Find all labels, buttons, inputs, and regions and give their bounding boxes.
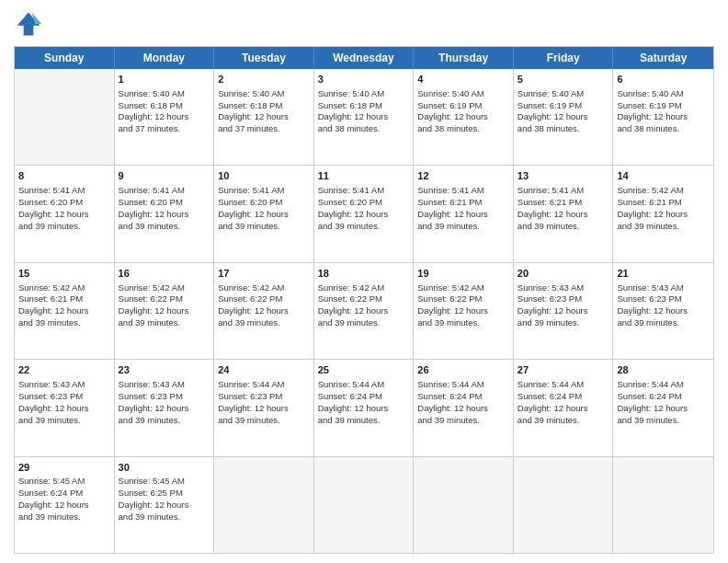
day-cell-20: 20Sunrise: 5:43 AMSunset: 6:23 PMDayligh… xyxy=(514,263,614,359)
day-cell-18: 18Sunrise: 5:42 AMSunset: 6:22 PMDayligh… xyxy=(314,263,415,359)
day-info-line: Sunrise: 5:40 AM xyxy=(218,88,310,100)
empty-cell xyxy=(314,457,415,553)
day-info-line: Daylight: 12 hours xyxy=(18,305,110,317)
week-row-5: 29Sunrise: 5:45 AMSunset: 6:24 PMDayligh… xyxy=(15,457,713,553)
calendar-body: 1Sunrise: 5:40 AMSunset: 6:18 PMDaylight… xyxy=(15,69,713,553)
day-info-line: Sunrise: 5:41 AM xyxy=(318,185,410,197)
day-info-line: Sunrise: 5:41 AM xyxy=(518,185,609,197)
header-cell-tuesday: Tuesday xyxy=(214,47,314,69)
day-number: 15 xyxy=(18,267,110,281)
day-number: 4 xyxy=(417,73,509,86)
day-cell-15: 15Sunrise: 5:42 AMSunset: 6:21 PMDayligh… xyxy=(15,263,115,359)
day-info-line: Sunset: 6:18 PM xyxy=(119,100,210,112)
day-info-line: and 39 minutes. xyxy=(18,221,110,233)
day-info-line: Sunrise: 5:42 AM xyxy=(417,282,509,294)
day-info-line: Sunset: 6:21 PM xyxy=(18,293,110,305)
day-info-line: and 39 minutes. xyxy=(119,221,210,233)
day-info-line: Sunset: 6:25 PM xyxy=(119,488,210,500)
day-info-line: Sunrise: 5:42 AM xyxy=(18,282,110,294)
empty-cell xyxy=(514,457,614,553)
day-number: 14 xyxy=(617,169,710,183)
day-info-line: Sunrise: 5:43 AM xyxy=(18,379,110,391)
day-info-line: and 39 minutes. xyxy=(417,317,509,329)
day-info-line: Daylight: 12 hours xyxy=(518,305,609,317)
day-info-line: Sunrise: 5:41 AM xyxy=(417,185,509,197)
day-number: 6 xyxy=(617,73,710,86)
day-info-line: and 39 minutes. xyxy=(18,415,110,427)
header xyxy=(14,9,714,39)
day-info-line: Daylight: 12 hours xyxy=(518,111,609,123)
week-row-1: 1Sunrise: 5:40 AMSunset: 6:18 PMDaylight… xyxy=(15,69,713,166)
day-cell-23: 23Sunrise: 5:43 AMSunset: 6:23 PMDayligh… xyxy=(115,360,215,455)
page: SundayMondayTuesdayWednesdayThursdayFrid… xyxy=(0,0,728,563)
day-info-line: and 39 minutes. xyxy=(218,317,310,329)
logo xyxy=(14,9,47,39)
day-number: 27 xyxy=(518,363,609,377)
day-info-line: Sunset: 6:20 PM xyxy=(218,197,310,209)
day-info-line: and 39 minutes. xyxy=(417,415,509,427)
day-info-line: Sunset: 6:19 PM xyxy=(518,100,609,112)
day-info-line: Daylight: 12 hours xyxy=(218,305,310,317)
day-number: 13 xyxy=(518,169,609,183)
day-info-line: and 38 minutes. xyxy=(617,123,710,135)
day-info-line: Sunrise: 5:44 AM xyxy=(218,379,310,391)
day-info-line: Sunrise: 5:42 AM xyxy=(617,185,710,197)
day-cell-17: 17Sunrise: 5:42 AMSunset: 6:22 PMDayligh… xyxy=(214,263,314,359)
header-cell-thursday: Thursday xyxy=(414,47,514,69)
day-info-line: Sunset: 6:21 PM xyxy=(417,197,509,209)
day-info-line: Daylight: 12 hours xyxy=(218,209,310,221)
day-cell-30: 30Sunrise: 5:45 AMSunset: 6:25 PMDayligh… xyxy=(115,457,215,553)
day-info-line: Sunset: 6:24 PM xyxy=(318,391,410,403)
day-info-line: and 37 minutes. xyxy=(119,123,210,135)
day-cell-28: 28Sunrise: 5:44 AMSunset: 6:24 PMDayligh… xyxy=(613,360,713,455)
day-info-line: Daylight: 12 hours xyxy=(518,209,609,221)
day-number: 5 xyxy=(518,73,609,86)
day-info-line: Daylight: 12 hours xyxy=(119,209,210,221)
day-info-line: and 39 minutes. xyxy=(218,221,310,233)
day-number: 18 xyxy=(318,267,410,281)
day-info-line: and 39 minutes. xyxy=(18,317,110,329)
day-info-line: and 39 minutes. xyxy=(119,317,210,329)
day-info-line: Sunset: 6:22 PM xyxy=(417,293,509,305)
week-row-3: 15Sunrise: 5:42 AMSunset: 6:21 PMDayligh… xyxy=(15,263,713,360)
day-info-line: and 39 minutes. xyxy=(518,221,609,233)
day-info-line: Sunrise: 5:41 AM xyxy=(18,185,110,197)
day-cell-1: 1Sunrise: 5:40 AMSunset: 6:18 PMDaylight… xyxy=(115,69,215,165)
day-info-line: Daylight: 12 hours xyxy=(119,305,210,317)
day-number: 24 xyxy=(218,363,310,377)
day-info-line: Sunset: 6:23 PM xyxy=(218,391,310,403)
empty-cell xyxy=(214,457,314,553)
day-info-line: Sunrise: 5:42 AM xyxy=(218,282,310,294)
empty-cell xyxy=(613,457,713,553)
day-cell-27: 27Sunrise: 5:44 AMSunset: 6:24 PMDayligh… xyxy=(514,360,614,455)
day-number: 22 xyxy=(18,363,110,377)
day-info-line: and 39 minutes. xyxy=(417,221,509,233)
day-info-line: and 39 minutes. xyxy=(119,511,210,523)
day-info-line: and 38 minutes. xyxy=(318,123,410,135)
day-number: 28 xyxy=(617,363,710,377)
day-info-line: Sunrise: 5:40 AM xyxy=(119,88,210,100)
day-info-line: Sunset: 6:19 PM xyxy=(617,100,710,112)
day-info-line: and 39 minutes. xyxy=(318,221,410,233)
day-info-line: Sunset: 6:24 PM xyxy=(518,391,609,403)
week-row-4: 22Sunrise: 5:43 AMSunset: 6:23 PMDayligh… xyxy=(15,360,713,456)
day-cell-22: 22Sunrise: 5:43 AMSunset: 6:23 PMDayligh… xyxy=(15,360,115,455)
day-cell-14: 14Sunrise: 5:42 AMSunset: 6:21 PMDayligh… xyxy=(613,166,713,261)
day-number: 11 xyxy=(318,169,410,183)
day-info-line: and 39 minutes. xyxy=(218,415,310,427)
day-number: 3 xyxy=(318,73,410,86)
day-number: 2 xyxy=(218,73,310,86)
week-row-2: 8Sunrise: 5:41 AMSunset: 6:20 PMDaylight… xyxy=(15,166,713,262)
day-number: 30 xyxy=(119,461,210,475)
header-cell-saturday: Saturday xyxy=(613,47,713,69)
day-info-line: Sunrise: 5:44 AM xyxy=(518,379,609,391)
day-info-line: Daylight: 12 hours xyxy=(318,111,410,123)
day-info-line: Sunset: 6:22 PM xyxy=(119,293,210,305)
day-info-line: Daylight: 12 hours xyxy=(119,111,210,123)
day-info-line: and 39 minutes. xyxy=(518,415,609,427)
day-info-line: Sunset: 6:19 PM xyxy=(417,100,509,112)
day-info-line: Sunset: 6:20 PM xyxy=(18,197,110,209)
day-number: 29 xyxy=(18,461,110,475)
day-cell-4: 4Sunrise: 5:40 AMSunset: 6:19 PMDaylight… xyxy=(414,69,514,165)
day-info-line: Daylight: 12 hours xyxy=(417,111,509,123)
